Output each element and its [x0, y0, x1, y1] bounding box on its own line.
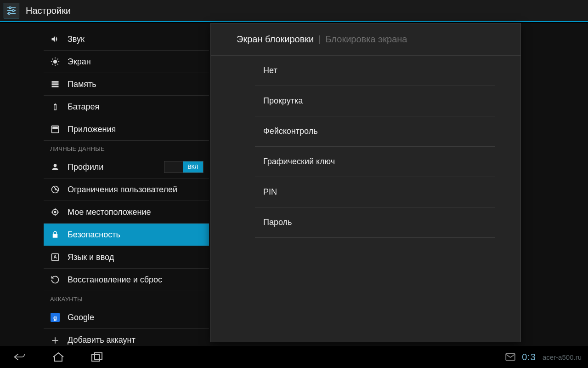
profiles-toggle[interactable]: ВКЛ [164, 161, 204, 173]
breadcrumb-primary: Экран блокировки [237, 34, 314, 45]
sidebar-item-add-account[interactable]: Добавить аккаунт [44, 329, 209, 346]
sidebar-item-battery[interactable]: Батарея [44, 96, 209, 118]
lock-option-none[interactable]: Нет [255, 56, 495, 86]
google-icon: g [50, 312, 60, 322]
svg-rect-17 [52, 86, 59, 87]
sidebar[interactable]: УСТРОЙСТВО Звук Экран Память Батарея При… [0, 23, 209, 346]
toggle-on-label: ВКЛ [183, 161, 203, 172]
svg-point-3 [9, 7, 11, 9]
sidebar-item-label: Мое местоположение [68, 207, 204, 217]
sidebar-item-label: Экран [68, 57, 204, 67]
breadcrumb-secondary: Блокировка экрана [325, 34, 407, 45]
restrictions-icon [50, 184, 60, 195]
sidebar-item-security[interactable]: Безопасность [44, 224, 209, 246]
svg-rect-34 [95, 353, 102, 359]
sidebar-item-location[interactable]: Мое местоположение [44, 201, 209, 224]
mail-notification-icon[interactable] [505, 353, 515, 361]
sound-icon [50, 34, 60, 44]
sidebar-item-label: Google [68, 313, 204, 322]
section-header-device: УСТРОЙСТВО [44, 23, 209, 28]
svg-line-14 [57, 59, 58, 60]
breadcrumb-separator: | [318, 34, 321, 45]
sidebar-item-display[interactable]: Экран [44, 51, 209, 73]
storage-icon [50, 79, 60, 89]
lock-icon [50, 230, 60, 240]
svg-point-4 [12, 10, 14, 12]
sidebar-item-profiles[interactable]: Профили ВКЛ [44, 156, 209, 178]
add-icon [50, 335, 60, 345]
sidebar-item-label: Профили [68, 162, 164, 172]
section-header-accounts: АККАУНТЫ [44, 291, 209, 306]
sidebar-item-label: Язык и ввод [68, 253, 204, 262]
svg-text:A: A [53, 254, 57, 259]
svg-line-10 [57, 64, 58, 65]
sidebar-item-label: Звук [68, 34, 204, 44]
svg-rect-19 [53, 127, 55, 129]
system-nav-bar: 0:3 acer-a500.ru [0, 346, 588, 368]
svg-rect-16 [52, 83, 59, 85]
sidebar-item-apps[interactable]: Приложения [44, 118, 209, 141]
svg-rect-20 [56, 127, 57, 129]
sidebar-item-google[interactable]: g Google [44, 306, 209, 329]
battery-icon [50, 102, 60, 112]
sidebar-item-storage[interactable]: Память [44, 73, 209, 96]
sidebar-item-label: Ограничения пользователей [68, 185, 204, 195]
dialog-breadcrumb: Экран блокировки | Блокировка экрана [211, 23, 520, 56]
settings-icon [4, 3, 19, 18]
sidebar-item-backup[interactable]: Восстановление и сброс [44, 269, 209, 291]
profiles-icon [50, 162, 60, 172]
section-header-personal: ЛИЧНЫЕ ДАННЫЕ [44, 141, 209, 156]
home-button[interactable] [49, 350, 68, 364]
body-area: УСТРОЙСТВО Звук Экран Память Батарея При… [0, 23, 588, 346]
screen-lock-dialog: Экран блокировки | Блокировка экрана Нет… [210, 23, 521, 342]
sidebar-item-label: Память [68, 80, 204, 89]
lock-option-password[interactable]: Пароль [255, 207, 495, 238]
lock-option-pin[interactable]: PIN [255, 177, 495, 207]
svg-line-13 [52, 64, 53, 65]
sidebar-item-language[interactable]: A Язык и ввод [44, 246, 209, 269]
svg-rect-33 [92, 355, 99, 361]
lock-option-slide[interactable]: Прокрутка [255, 86, 495, 116]
watermark: acer-a500.ru [543, 353, 582, 361]
app-bar: Настройки [0, 0, 588, 22]
sidebar-item-label: Восстановление и сброс [68, 275, 204, 285]
sidebar-item-label: Безопасность [68, 230, 204, 240]
svg-point-6 [53, 60, 57, 63]
backup-icon [50, 275, 60, 285]
sidebar-item-label: Батарея [68, 102, 204, 112]
sidebar-item-restrictions[interactable]: Ограничения пользователей [44, 178, 209, 201]
svg-point-5 [8, 12, 10, 14]
language-icon: A [50, 252, 60, 262]
apps-icon [50, 124, 60, 134]
sidebar-item-label: Приложения [68, 125, 204, 134]
svg-point-24 [54, 211, 56, 213]
sidebar-item-label: Добавить аккаунт [68, 335, 204, 345]
svg-rect-15 [52, 81, 59, 82]
app-title: Настройки [26, 6, 71, 16]
back-button[interactable] [10, 350, 29, 364]
dialog-list: Нет Прокрутка Фейсконтроль Графический к… [211, 56, 520, 238]
svg-line-9 [52, 59, 53, 60]
sidebar-item-sound[interactable]: Звук [44, 28, 209, 51]
status-clock[interactable]: 0:3 [522, 352, 536, 362]
lock-option-face[interactable]: Фейсконтроль [255, 116, 495, 147]
display-icon [50, 57, 60, 67]
location-icon [50, 207, 60, 217]
recent-apps-button[interactable] [87, 350, 107, 364]
svg-point-21 [54, 164, 57, 167]
lock-option-pattern[interactable]: Графический ключ [255, 147, 495, 177]
